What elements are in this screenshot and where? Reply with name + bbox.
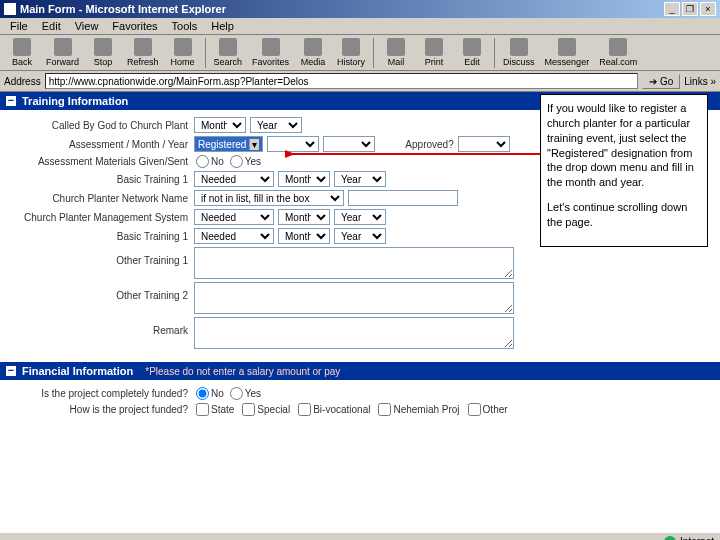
mail-button[interactable]: Mail xyxy=(378,37,414,68)
state-checkbox[interactable] xyxy=(196,403,209,416)
history-icon xyxy=(342,38,360,56)
menu-tools[interactable]: Tools xyxy=(166,19,204,33)
toolbar: Back Forward Stop Refresh Home Search Fa… xyxy=(0,35,720,71)
basic1-status-select[interactable]: Needed xyxy=(194,171,274,187)
separator xyxy=(494,38,495,68)
menu-help[interactable]: Help xyxy=(205,19,240,33)
page-content: − Training Information Called By God to … xyxy=(0,92,720,532)
financial-form: Is the project completely funded? No Yes… xyxy=(0,380,720,423)
mgmt-status-select[interactable]: Needed xyxy=(194,209,274,225)
menu-bar: File Edit View Favorites Tools Help xyxy=(0,18,720,35)
stop-button[interactable]: Stop xyxy=(85,37,121,68)
stop-icon xyxy=(94,38,112,56)
discuss-icon xyxy=(510,38,528,56)
basic1b-month-select[interactable]: Month xyxy=(278,228,330,244)
mgmt-month-select[interactable]: Month xyxy=(278,209,330,225)
training-title: Training Information xyxy=(22,95,128,107)
favorites-button[interactable]: Favorites xyxy=(248,37,293,68)
special-checkbox[interactable] xyxy=(242,403,255,416)
label-called: Called By God to Church Plant xyxy=(4,120,194,131)
home-icon xyxy=(174,38,192,56)
label-network: Church Planter Network Name xyxy=(4,193,194,204)
edit-icon xyxy=(463,38,481,56)
realcom-icon xyxy=(609,38,627,56)
basic1b-year-select[interactable]: Year xyxy=(334,228,386,244)
remark-textarea[interactable] xyxy=(194,317,514,349)
minimize-button[interactable]: _ xyxy=(664,2,680,16)
search-icon xyxy=(219,38,237,56)
go-button[interactable]: ➔ Go xyxy=(642,74,680,89)
label-basic1b: Basic Training 1 xyxy=(4,231,194,242)
label-materials: Assessment Materials Given/Sent xyxy=(4,156,194,167)
media-button[interactable]: Media xyxy=(295,37,331,68)
called-month-select[interactable]: Month xyxy=(194,117,246,133)
funded-yes-radio[interactable] xyxy=(230,387,243,400)
financial-note: *Please do not enter a salary amount or … xyxy=(145,366,340,377)
maximize-button[interactable]: ❐ xyxy=(682,2,698,16)
financial-header: − Financial Information *Please do not e… xyxy=(0,362,720,380)
label-assessment: Assessment / Month / Year xyxy=(4,139,194,150)
menu-file[interactable]: File xyxy=(4,19,34,33)
window-buttons: _ ❐ × xyxy=(664,2,716,16)
search-button[interactable]: Search xyxy=(210,37,247,68)
internet-zone-label: Internet xyxy=(680,536,714,540)
nehemiah-checkbox[interactable] xyxy=(378,403,391,416)
mgmt-year-select[interactable]: Year xyxy=(334,209,386,225)
back-icon xyxy=(13,38,31,56)
assessment-status-select[interactable]: Registered▾ xyxy=(194,136,263,152)
called-year-select[interactable]: Year xyxy=(250,117,302,133)
network-select[interactable]: if not in list, fill in the box xyxy=(194,190,344,206)
address-input[interactable] xyxy=(45,73,639,89)
materials-no-radio[interactable] xyxy=(196,155,209,168)
refresh-button[interactable]: Refresh xyxy=(123,37,163,68)
label-approved: Approved? xyxy=(405,139,453,150)
funded-no-radio[interactable] xyxy=(196,387,209,400)
discuss-button[interactable]: Discuss xyxy=(499,37,539,68)
bivoc-checkbox[interactable] xyxy=(298,403,311,416)
label-howfunded: How is the project funded? xyxy=(4,404,194,415)
financial-title: Financial Information xyxy=(22,365,133,377)
approved-select[interactable] xyxy=(458,136,510,152)
menu-view[interactable]: View xyxy=(69,19,105,33)
label-other2: Other Training 2 xyxy=(4,282,194,301)
ie-icon xyxy=(4,3,16,15)
assessment-year-select[interactable] xyxy=(323,136,375,152)
other2-textarea[interactable] xyxy=(194,282,514,314)
close-button[interactable]: × xyxy=(700,2,716,16)
other1-textarea[interactable] xyxy=(194,247,514,279)
messenger-button[interactable]: Messenger xyxy=(541,37,594,68)
window-title: Main Form - Microsoft Internet Explorer xyxy=(20,3,664,15)
separator xyxy=(373,38,374,68)
address-bar: Address ➔ Go Links » xyxy=(0,71,720,92)
forward-button[interactable]: Forward xyxy=(42,37,83,68)
basic1b-status-select[interactable]: Needed xyxy=(194,228,274,244)
media-icon xyxy=(304,38,322,56)
menu-favorites[interactable]: Favorites xyxy=(106,19,163,33)
realcom-button[interactable]: Real.com xyxy=(595,37,641,68)
home-button[interactable]: Home xyxy=(165,37,201,68)
print-icon xyxy=(425,38,443,56)
mail-icon xyxy=(387,38,405,56)
assessment-month-select[interactable] xyxy=(267,136,319,152)
chevron-down-icon: ▾ xyxy=(249,139,259,150)
collapse-icon[interactable]: − xyxy=(6,366,16,376)
label-remark: Remark xyxy=(4,317,194,336)
callout-text-1: If you would like to register a church p… xyxy=(547,101,701,190)
materials-yes-radio[interactable] xyxy=(230,155,243,168)
collapse-icon[interactable]: − xyxy=(6,96,16,106)
history-button[interactable]: History xyxy=(333,37,369,68)
callout-text-2: Let's continue scrolling down the page. xyxy=(547,200,701,230)
label-other1: Other Training 1 xyxy=(4,247,194,266)
links-label[interactable]: Links » xyxy=(684,76,716,87)
print-button[interactable]: Print xyxy=(416,37,452,68)
basic1-year-select[interactable]: Year xyxy=(334,171,386,187)
favorites-icon xyxy=(262,38,280,56)
refresh-icon xyxy=(134,38,152,56)
messenger-icon xyxy=(558,38,576,56)
other-checkbox[interactable] xyxy=(468,403,481,416)
back-button[interactable]: Back xyxy=(4,37,40,68)
edit-button[interactable]: Edit xyxy=(454,37,490,68)
menu-edit[interactable]: Edit xyxy=(36,19,67,33)
basic1-month-select[interactable]: Month xyxy=(278,171,330,187)
network-text-input[interactable] xyxy=(348,190,458,206)
